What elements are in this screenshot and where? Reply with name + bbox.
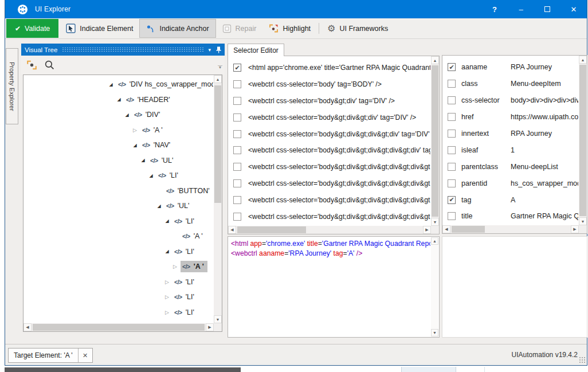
resize-grip[interactable] [578,356,586,363]
selector-editor-tab[interactable]: Selector Editor [228,44,284,56]
scrollbar-down-button[interactable]: ▼ [579,217,587,225]
tree-node[interactable]: ◢</>'UL' [24,198,213,214]
property-checkbox[interactable] [448,130,456,138]
tree-node-core[interactable]: </>'LI' [173,246,198,257]
collapse-marker-icon[interactable]: ▷ [171,264,179,269]
selector-row-checkbox[interactable] [233,130,241,138]
ui-frameworks-button[interactable]: ⚙ UI Frameworks [321,18,394,38]
tree-node-core[interactable]: </>'NAV' [140,139,174,151]
property-explorer-tab[interactable]: Property Explorer [6,48,18,124]
validate-button[interactable]: ✔ Validate [6,19,58,38]
selector-row-checkbox[interactable] [233,146,241,154]
help-button[interactable]: ? [481,0,508,18]
tree-node-core[interactable]: </>'LI' [173,322,198,323]
scrollbar-thumb[interactable] [579,65,586,216]
attributes-horizontal-scrollbar[interactable]: ◀ ▶ [442,225,579,233]
property-row[interactable]: titleGartner RPA Magic Quadrant Report -… [443,208,578,225]
tree-node-core[interactable]: </>'DIV' [132,109,163,120]
selector-row-checkbox[interactable]: ✔ [233,64,241,72]
scrollbar-right-button[interactable]: ▶ [571,225,579,233]
property-checkbox[interactable] [448,163,456,171]
scrollbar-right-button[interactable]: ▶ [423,226,431,234]
scrollbar-left-button[interactable]: ◀ [228,226,236,234]
selector-row-checkbox[interactable] [233,113,241,122]
selector-row[interactable]: <webctrl css-selector='body&gt;div' tag=… [229,93,430,109]
property-row[interactable]: parentidhs_cos_wrapper_module [443,175,578,191]
tree-node[interactable]: </>'BUTTON' [24,183,213,199]
tree-node[interactable]: ◢</>'LI' [24,168,213,183]
selector-row[interactable]: <webctrl css-selector='body&gt;div&gt;di… [229,191,430,208]
collapse-marker-icon[interactable]: ▷ [163,294,171,300]
selector-row[interactable]: <webctrl css-selector='body&gt;div&gt;di… [229,175,430,192]
expand-marker-icon[interactable]: ◢ [123,112,131,118]
selector-row-checkbox[interactable] [233,163,241,171]
tree-node[interactable]: ◢</>'LI' [24,244,213,260]
tree-options-icon[interactable]: — ▾ [218,64,222,69]
indicate-element-button[interactable]: Indicate Element [60,18,139,38]
chip-close-icon[interactable]: ✕ [79,352,92,359]
scrollbar-right-button[interactable]: ▶ [206,323,214,331]
maximize-button[interactable] [534,0,560,18]
selector-row-checkbox[interactable] [233,80,241,88]
scrollbar-up-button[interactable]: ▲ [431,237,438,245]
property-row[interactable]: parentclassMenu-deepList [443,158,578,175]
scrollbar-thumb[interactable] [432,65,438,217]
property-checkbox[interactable] [448,146,456,154]
minimize-button[interactable]: – [508,0,534,18]
visual-tree-header[interactable]: Visual Tree ▾ [21,44,225,56]
selector-row-checkbox[interactable] [233,196,241,204]
selector-row[interactable]: <webctrl css-selector='body&gt;div&gt;di… [229,126,430,142]
property-checkbox[interactable]: ✔ [448,63,456,71]
expand-marker-icon[interactable]: ◢ [147,173,155,178]
tree-node[interactable]: ▷</>'LI' [24,275,213,290]
property-row[interactable]: classMenu-deepItem [443,76,578,92]
tree-node-core[interactable]: </>'HEADER' [124,94,174,105]
property-checkbox[interactable]: ✔ [448,196,456,204]
expand-marker-icon[interactable]: ◢ [155,203,163,209]
selector-row-checkbox[interactable] [233,179,241,187]
tree-node-core[interactable]: </>'LI' [173,307,198,318]
selector-horizontal-scrollbar[interactable]: ◀ ▶ [228,226,431,234]
expand-marker-icon[interactable]: ◢ [139,158,147,163]
pin-icon[interactable] [216,46,221,53]
expand-marker-icon[interactable]: ◢ [163,218,171,224]
tree-node-core[interactable]: </>'LI' [156,170,182,181]
collapse-marker-icon[interactable]: ▷ [163,279,171,285]
expand-marker-icon[interactable]: ◢ [163,249,171,254]
tree-node-core[interactable]: </>'DIV hs_cos_wrapper_mod...' [116,79,213,90]
tree-node[interactable]: ◢</>'DIV' [24,107,213,123]
tree-node-core[interactable]: </>'BUTTON' [164,185,213,197]
highlight-element-icon[interactable] [26,60,37,71]
scrollbar-thumb[interactable] [452,226,485,233]
scrollbar-up-button[interactable]: ▲ [431,56,439,64]
property-checkbox[interactable] [448,179,456,187]
tree-node[interactable]: ◢</>'DIV hs_cos_wrapper_mod...' [24,77,213,92]
expand-marker-icon[interactable]: ◢ [115,97,123,102]
target-element-chip[interactable]: Target Element: 'A ' ✕ [8,348,93,363]
tree-node[interactable]: ▷</>'LI' [24,305,213,320]
tree-node[interactable]: ◢</>'HEADER' [24,92,213,108]
tree-node-core[interactable]: </>'UL' [164,200,193,212]
search-icon[interactable] [44,60,55,71]
indicate-anchor-button[interactable]: Indicate Anchor [139,19,215,38]
tree-node[interactable]: ▷</>'LI' [24,289,213,305]
tree-node[interactable]: ◢</>'UL' [24,153,213,169]
tree-node-core[interactable]: </>'UL' [148,155,177,166]
xml-vertical-scrollbar[interactable]: ▲ ▼ [431,237,438,336]
tree-node[interactable]: ▷</>'LI' [24,320,213,323]
tree-node-core[interactable]: </>'A ' [181,230,206,242]
selector-row[interactable]: <webctrl css-selector='body&gt;div&gt;di… [229,109,430,126]
property-row[interactable]: isleaf1 [443,142,578,158]
collapse-marker-icon[interactable]: ▷ [163,310,171,315]
tree-node[interactable]: ◢</>'NAV' [24,138,213,153]
tree-node-core[interactable]: </>'LI' [173,216,198,227]
selector-row-checkbox[interactable] [233,213,241,221]
property-checkbox[interactable] [448,96,456,104]
selector-xml-editor[interactable]: <html app='chrome.exe' title='Gartner RP… [228,236,440,338]
close-button[interactable]: ✕ [560,0,587,18]
tree-horizontal-scrollbar[interactable]: ◀ ▶ [23,323,214,331]
tree-node-core[interactable]: </>'A ' [181,261,207,272]
property-checkbox[interactable] [448,113,456,121]
property-row[interactable]: ✔tagA [443,191,578,208]
property-row[interactable]: innertextRPA Journey [443,126,578,142]
